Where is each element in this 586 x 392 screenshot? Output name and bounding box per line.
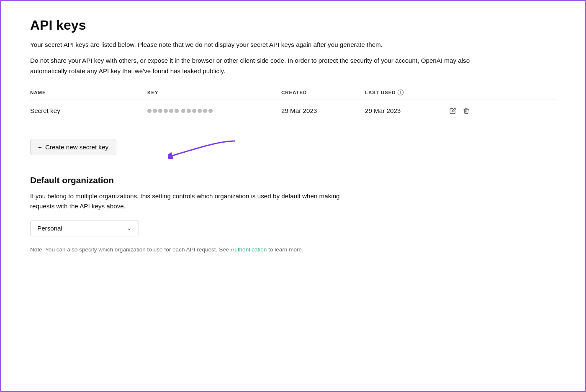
last-used-info-icon[interactable]: i — [398, 90, 404, 95]
page-title: API keys — [30, 18, 556, 33]
col-header-actions — [449, 90, 482, 95]
create-button-wrapper: + Create new secret key — [30, 139, 116, 155]
org-select-chevron: ⌄ — [127, 225, 132, 231]
key-created-cell: 29 Mar 2023 — [281, 107, 365, 114]
key-actions-cell — [449, 107, 482, 115]
key-value-cell — [147, 109, 281, 113]
default-org-description: If you belong to multiple organizations,… — [30, 191, 357, 212]
key-name-cell: Secret key — [30, 107, 147, 114]
auth-link[interactable]: Authentication — [231, 246, 267, 253]
default-org-title: Default organization — [30, 175, 556, 185]
org-note: Note: You can also specify which organiz… — [30, 246, 323, 253]
note-prefix: Note: You can also specify which organiz… — [30, 246, 231, 253]
create-secret-key-button[interactable]: + Create new secret key — [30, 139, 116, 155]
delete-key-button[interactable] — [462, 107, 470, 115]
description-1: Your secret API keys are listed below. P… — [30, 40, 386, 50]
key-last-used-cell: 29 Mar 2023 — [365, 107, 449, 114]
api-keys-table: NAME KEY CREATED LAST USED i Secret key — [30, 90, 556, 122]
col-header-last-used: LAST USED i — [365, 90, 449, 95]
edit-key-button[interactable] — [449, 107, 457, 115]
description-2: Do not share your API key with others, o… — [30, 56, 491, 76]
org-select[interactable]: Personal ⌄ — [30, 220, 139, 236]
col-header-key: KEY — [147, 90, 281, 95]
col-header-name: NAME — [30, 90, 147, 95]
table-header: NAME KEY CREATED LAST USED i — [30, 90, 556, 100]
masked-key — [147, 109, 281, 113]
col-header-created: CREATED — [281, 90, 365, 95]
create-btn-icon: + — [38, 143, 42, 151]
create-btn-label: Create new secret key — [45, 143, 108, 151]
org-select-value: Personal — [37, 225, 62, 232]
default-org-section: Default organization If you belong to mu… — [30, 175, 556, 253]
key-dots-group-2 — [181, 109, 213, 113]
key-dots-group-1 — [147, 109, 179, 113]
arrow-annotation — [168, 137, 244, 164]
note-suffix: to learn more. — [267, 246, 303, 253]
table-row: Secret key — [30, 100, 556, 122]
